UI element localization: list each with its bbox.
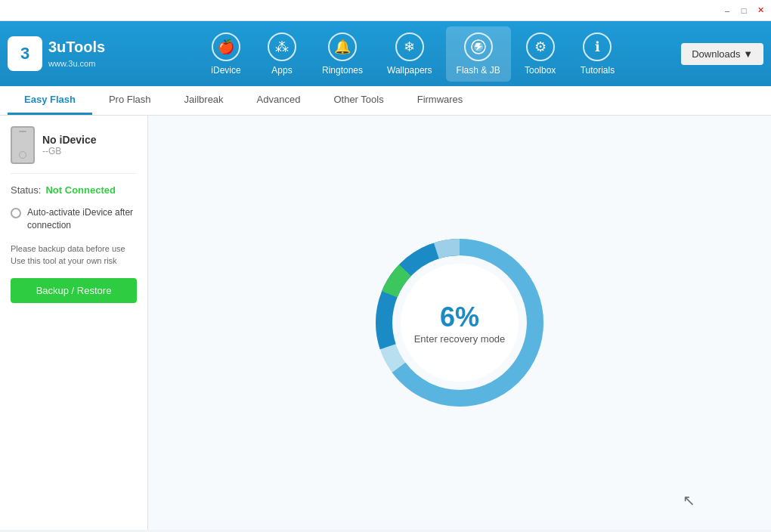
flash-jb-icon: [464, 32, 493, 61]
chart-center: 6% Enter recovery mode: [414, 302, 506, 345]
cursor-indicator: ↖: [683, 491, 695, 509]
tab-firmwares[interactable]: Firmwares: [401, 86, 480, 115]
logo-icon: 3: [8, 36, 42, 71]
logo-text: 3uTools www.3u.com: [48, 39, 105, 70]
tab-jailbreak[interactable]: Jailbreak: [168, 86, 240, 115]
logo-area: 3 3uTools www.3u.com: [8, 36, 144, 71]
device-storage: --GB: [42, 146, 97, 156]
tab-other-tools[interactable]: Other Tools: [317, 86, 400, 115]
apps-icon: ⁂: [268, 32, 296, 61]
downloads-label: Downloads ▼: [692, 48, 753, 60]
device-details: No iDevice --GB: [42, 134, 97, 156]
brand-url: www.3u.com: [48, 59, 95, 68]
status-label: Status:: [11, 184, 41, 196]
tab-advanced[interactable]: Advanced: [240, 86, 317, 115]
device-info: No iDevice --GB: [11, 126, 137, 174]
ringtones-icon: 🔔: [328, 32, 357, 61]
status-value: Not Connected: [45, 184, 115, 196]
wallpapers-icon: ❄: [395, 32, 424, 61]
auto-activate-text: Auto-activate iDevice after connection: [27, 206, 137, 232]
header: 3 3uTools www.3u.com 🍎 iDevice ⁂ Apps 🔔 …: [0, 21, 771, 86]
sub-tabs: Easy Flash Pro Flash Jailbreak Advanced …: [0, 86, 771, 116]
backup-restore-button[interactable]: Backup / Restore: [11, 278, 137, 303]
nav-item-ringtones[interactable]: 🔔 Ringtones: [311, 26, 373, 82]
tab-easy-flash[interactable]: Easy Flash: [8, 86, 92, 115]
downloads-button[interactable]: Downloads ▼: [681, 43, 763, 65]
window-controls[interactable]: – □ ✕: [721, 5, 766, 17]
nav-item-idevice[interactable]: 🍎 iDevice: [200, 26, 252, 82]
nav-items: 🍎 iDevice ⁂ Apps 🔔 Ringtones ❄ Wallpaper…: [144, 26, 681, 82]
main-layout: No iDevice --GB Status: Not Connected Au…: [0, 116, 771, 530]
nav-label-idevice: iDevice: [211, 65, 240, 76]
nav-label-flash-jb: Flash & JB: [457, 65, 500, 76]
chart-label: Enter recovery mode: [414, 333, 506, 345]
minimize-button[interactable]: –: [721, 5, 733, 17]
chart-percent: 6%: [414, 302, 506, 333]
idevice-icon: 🍎: [212, 32, 240, 61]
title-bar: – □ ✕: [0, 0, 771, 21]
nav-item-apps[interactable]: ⁂ Apps: [255, 26, 308, 82]
maximize-button[interactable]: □: [738, 5, 750, 17]
toolbox-icon: ⚙: [526, 32, 555, 61]
device-icon: [11, 126, 35, 164]
nav-item-wallpapers[interactable]: ❄ Wallpapers: [376, 26, 443, 82]
backup-notice: Please backup data before useUse this to…: [11, 243, 137, 268]
nav-label-tutorials: Tutorials: [581, 65, 615, 76]
sidebar: No iDevice --GB Status: Not Connected Au…: [0, 116, 148, 530]
nav-label-wallpapers: Wallpapers: [387, 65, 432, 76]
auto-activate[interactable]: Auto-activate iDevice after connection: [11, 206, 137, 232]
device-name: No iDevice: [42, 134, 97, 146]
nav-label-apps: Apps: [271, 65, 292, 76]
auto-activate-radio[interactable]: [11, 208, 21, 218]
progress-chart: 6% Enter recovery mode: [369, 232, 550, 413]
content-area: 6% Enter recovery mode: [148, 116, 771, 530]
nav-item-toolbox[interactable]: ⚙ Toolbox: [514, 26, 567, 82]
brand-name: 3uTools: [48, 39, 105, 56]
nav-label-ringtones: Ringtones: [322, 65, 363, 76]
tutorials-icon: ℹ: [583, 32, 612, 61]
nav-item-flash-jb[interactable]: Flash & JB: [446, 26, 511, 82]
status-row: Status: Not Connected: [11, 184, 137, 196]
nav-item-tutorials[interactable]: ℹ Tutorials: [570, 26, 626, 82]
close-button[interactable]: ✕: [754, 5, 766, 17]
nav-label-toolbox: Toolbox: [525, 65, 556, 76]
tab-pro-flash[interactable]: Pro Flash: [92, 86, 168, 115]
